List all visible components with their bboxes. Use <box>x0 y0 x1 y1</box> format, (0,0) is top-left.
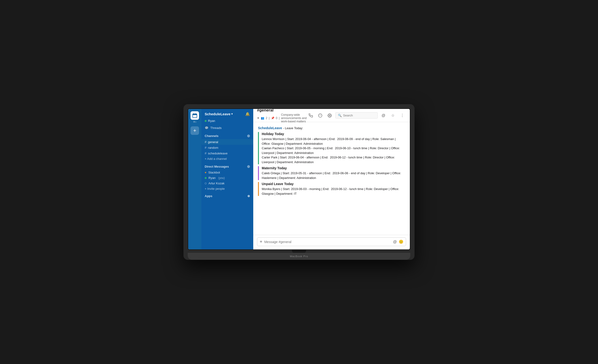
laptop-notch <box>292 250 306 253</box>
channel-name-general: general <box>208 140 218 144</box>
channel-name-random: random <box>208 146 218 149</box>
star-meta-icon[interactable]: ★ <box>257 116 259 120</box>
channel-meta: ★ 👥 2 | 📌 0 | Company-wide announcements… <box>257 113 307 123</box>
dm-name-ryan: Ryan <box>208 176 216 180</box>
channel-hash-icon: # <box>205 151 207 155</box>
info-icon-button[interactable] <box>316 112 324 119</box>
member-icon: 👥 <box>261 116 264 120</box>
channel-item-scheduleleave[interactable]: # scheduleleave <box>201 150 253 156</box>
dm-item-artur[interactable]: Artur Kozak <box>201 181 253 186</box>
svg-point-7 <box>329 115 330 116</box>
apps-section-label: Apps <box>205 194 212 198</box>
channel-hash-icon: # <box>205 140 207 144</box>
add-app-icon[interactable]: ⊕ <box>247 194 250 198</box>
holiday-entry-2: Caelan Pacheco | Start: 2019-06-05 - mor… <box>262 146 405 155</box>
add-channel-button[interactable]: + Add a channel <box>201 156 253 161</box>
add-channel-icon[interactable]: ⊕ <box>247 134 250 138</box>
dm-item-ryan[interactable]: Ryan (you) <box>201 175 253 181</box>
laptop-bottom-bar: MacBook Pro <box>188 253 410 260</box>
pin-icon: 📌 <box>271 116 274 120</box>
you-badge: (you) <box>217 176 225 180</box>
message-row: ScheduleLeave - Leave Today: <box>258 126 405 130</box>
emoji-button[interactable]: 🙂 <box>399 240 403 244</box>
message-input-box: + @ 🙂 <box>257 237 406 246</box>
maternity-title: Maternity Today <box>262 166 405 170</box>
user-status: Ryan <box>201 118 253 125</box>
more-icon-button[interactable]: ⋮ <box>399 112 406 119</box>
channel-title: #general <box>257 108 307 113</box>
dm-section-label: Direct Messages <box>205 165 229 168</box>
channel-name-scheduleleave: scheduleleave <box>208 152 228 155</box>
notifications-bell-icon[interactable]: 🔔 <box>245 112 250 116</box>
slackbot-heart-icon: ♥ <box>205 171 206 174</box>
unpaid-title: Unpaid Leave Today <box>262 182 405 186</box>
artur-offline-icon <box>205 182 207 184</box>
add-workspace-button[interactable]: + <box>191 126 199 135</box>
chat-area: #general ★ 👥 2 | 📌 0 | Company-wide anno… <box>253 109 410 249</box>
channels-section-header: Channels ⊕ <box>201 131 253 139</box>
workspace-chevron-icon: ▾ <box>231 112 233 116</box>
header-actions: 🔍 @ ☆ ⋮ <box>307 112 406 119</box>
unpaid-entry-1: Monika Byers | Start: 2019-06-03 - morni… <box>262 187 405 196</box>
leave-block-unpaid: Unpaid Leave Today Monika Byers | Start:… <box>258 182 405 196</box>
channels-section-label: Channels <box>205 134 219 138</box>
channel-info: #general ★ 👥 2 | 📌 0 | Company-wide anno… <box>257 108 307 123</box>
messages-area: ScheduleLeave - Leave Today: Holiday Tod… <box>253 122 410 235</box>
dm-name-artur: Artur Kozak <box>208 182 224 185</box>
invite-people-button[interactable]: + Invite people <box>201 186 253 191</box>
chat-header: #general ★ 👥 2 | 📌 0 | Company-wide anno… <box>253 109 410 122</box>
search-icon: 🔍 <box>338 114 342 117</box>
sidebar-item-threads[interactable]: 💬 Threads <box>201 125 253 131</box>
add-dm-icon[interactable]: ⊕ <box>247 164 250 169</box>
dm-name-slackbot: Slackbot <box>208 171 220 174</box>
message-input-area: + @ 🙂 <box>253 235 410 249</box>
username-label: Ryan <box>208 119 215 123</box>
dm-item-slackbot[interactable]: ♥ Slackbot <box>201 170 253 175</box>
search-input[interactable] <box>343 114 375 117</box>
dm-section-header: Direct Messages ⊕ <box>201 161 253 170</box>
laptop-model-label: MacBook Pro <box>290 255 308 258</box>
laptop-frame: ⌘1 + ScheduleLeave ▾ 🔔 Ryan 💬 Threads <box>183 104 415 260</box>
sidebar-header: ScheduleLeave ▾ 🔔 <box>201 109 253 118</box>
svg-rect-1 <box>193 114 197 115</box>
holiday-entry-3: Carter Park | Start: 2019-06-04 - aftern… <box>262 155 405 164</box>
message-input[interactable] <box>264 240 391 244</box>
phone-icon-button[interactable] <box>307 112 315 119</box>
ryan-online-icon <box>205 177 207 179</box>
member-count: 2 <box>266 116 267 120</box>
leave-block-holiday: Holiday Today Lennox Morrison | Start: 2… <box>258 132 405 164</box>
channel-hash-icon: # <box>205 146 207 149</box>
app-icon[interactable] <box>191 111 199 120</box>
online-status-dot <box>205 120 207 122</box>
screen: ⌘1 + ScheduleLeave ▾ 🔔 Ryan 💬 Threads <box>188 108 410 250</box>
maternity-entry-1: Caleb Ortega | Start: 2019-05-31 - after… <box>262 171 405 180</box>
threads-label: Threads <box>210 126 222 130</box>
attach-button[interactable]: + <box>260 239 262 244</box>
keyboard-shortcut: ⌘1 <box>193 121 196 123</box>
channel-description: Company-wide announcements and work-base… <box>281 113 307 123</box>
holiday-title: Holiday Today <box>262 132 405 136</box>
workspace-name[interactable]: ScheduleLeave ▾ <box>205 112 233 116</box>
message-text: - Leave Today: <box>283 126 303 130</box>
search-box[interactable]: 🔍 <box>335 112 378 119</box>
threads-icon: 💬 <box>205 126 208 130</box>
leave-block-maternity: Maternity Today Caleb Ortega | Start: 20… <box>258 166 405 180</box>
channel-item-random[interactable]: # random <box>201 145 253 150</box>
apps-section-header: Apps ⊕ <box>201 191 253 199</box>
settings-icon-button[interactable] <box>326 112 333 119</box>
at-mention-button[interactable]: @ <box>393 240 397 244</box>
pin-count: 0 <box>276 116 278 120</box>
channel-item-general[interactable]: # general <box>201 139 253 145</box>
main-sidebar: ScheduleLeave ▾ 🔔 Ryan 💬 Threads Channel… <box>201 109 253 249</box>
icon-sidebar: ⌘1 + <box>188 109 201 249</box>
star-icon-button[interactable]: ☆ <box>389 112 397 119</box>
message-sender[interactable]: ScheduleLeave <box>258 126 282 130</box>
at-icon-button[interactable]: @ <box>380 112 387 119</box>
holiday-entry-1: Lennox Morrison | Start: 2019-06-04 - af… <box>262 137 405 146</box>
